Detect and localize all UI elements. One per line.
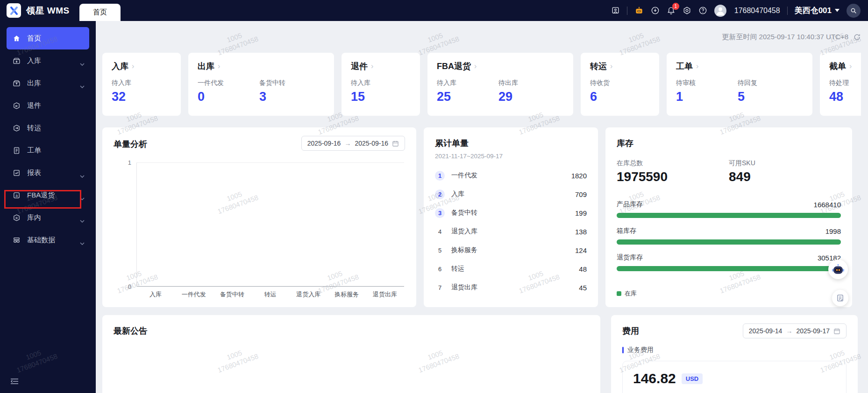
message-icon[interactable] [611,6,620,15]
sidebar-item-basedata[interactable]: 基础数据 [7,229,89,251]
stat-card-title[interactable]: 退件› [351,61,411,72]
home-icon [11,35,21,42]
sidebar-item-transfer[interactable]: 转运 [7,117,89,139]
rank-badge: 4 [435,227,445,237]
stat-card-fba-returns: FBA退货› 待入库25 待出库29 [427,53,573,116]
chart-plot-area [136,162,404,287]
panel-title: 库存 [617,138,841,149]
inwarehouse-icon [11,214,21,222]
bottom-panels-row: 最新公告 费用 2025-09-14 → 2025-09-17 业务费用 146… [102,315,861,393]
search-button[interactable] [847,4,861,18]
legend-label: 在库 [625,289,637,298]
stat-card-title[interactable]: 入库› [112,61,171,72]
help-icon[interactable] [698,6,707,15]
rank-badge: 3 [435,208,445,218]
sidebar-item-returns[interactable]: 退件 [7,94,89,117]
inbound-icon [11,57,21,65]
stat-card-title[interactable]: 工单› [676,61,803,72]
stat-cards-row: 入库› 待入库 32 出库› 一件代发0 备货中转3 退件› 待入库 15 FB… [102,53,861,116]
stat-card-title[interactable]: 转运› [590,61,650,72]
notification-badge: 1 [672,3,679,10]
robot-assistant-icon[interactable] [634,6,644,15]
download-icon[interactable] [651,6,660,15]
rank-badge: 2 [435,189,445,199]
available-sku-label: 可用SKU [729,159,841,168]
amazon-a-icon: a [11,191,21,199]
sidebar-item-reports[interactable]: 报表 [7,161,89,184]
legend: 在库 [617,289,637,298]
sidebar-nav: 首页 入库 出库 退件 转运 工单 报表 a [0,21,96,393]
chevron-right-icon: › [371,62,373,70]
date-range-label: 2021-11-17~2025-09-17 [435,153,587,160]
order-analysis-panel: 单量分析 2025-09-16 → 2025-09-16 1 0 入库 一件代发… [102,127,416,307]
svg-text:a: a [15,193,18,197]
progress-bar [617,213,841,218]
tab-home[interactable]: 首页 [79,4,121,21]
chevron-right-icon: › [610,62,612,70]
search-icon [850,7,857,14]
sidebar-item-workorder[interactable]: 工单 [7,139,89,161]
rank-badge: 5 [435,246,445,255]
date-range-picker[interactable]: 2025-09-16 → 2025-09-16 [301,136,405,151]
user-phone-number: 17680470458 [734,7,780,15]
x-axis-labels: 入库 一件代发 备货中转 转运 退货入库 换标服务 退货出库 [136,290,404,299]
robot-icon [832,263,845,275]
sidebar-item-fba-returns[interactable]: a FBA退货 [7,184,89,206]
stat-card-title[interactable]: 出库› [198,61,325,72]
returns-icon [11,102,21,110]
calendar-icon [392,140,399,147]
top-header-bar: 领星 WMS 首页 1 [0,0,868,21]
inventory-bar-row: 箱库存1998 [617,227,841,245]
calendar-icon [833,328,840,335]
divider [787,7,788,15]
announcement-panel: 最新公告 [102,315,600,393]
stat-card-title[interactable]: 截单› [829,61,861,72]
main-content: 更新至时间 2025-09-17 10:40:37 UTC+8 入库› 待入库 … [96,21,868,393]
basedata-icon [11,236,21,244]
date-range-picker[interactable]: 2025-09-14 → 2025-09-17 [743,323,847,338]
date-from: 2025-09-14 [749,327,783,335]
stat-card-cutoff: 截单› 待处理 48 [820,53,861,116]
fee-amount: 146.82 [633,371,676,386]
arrow-right-icon: → [344,140,351,147]
warehouse-selector[interactable]: 美西仓001 [795,5,840,16]
tab-business-fees[interactable]: 业务费用 [622,346,847,354]
fee-summary-card: 146.82 USD 同比 ↓ 100% 环比 ↓ 30% [622,361,847,393]
available-sku-value: 849 [729,169,841,184]
chevron-down-icon [80,216,85,224]
collapse-sidebar-icon[interactable] [10,378,19,386]
sidebar-item-home[interactable]: 首页 [7,27,89,49]
workorder-icon [11,147,21,154]
legend-swatch [617,291,621,296]
notification-bell-icon[interactable]: 1 [667,6,676,15]
refresh-icon[interactable] [853,33,861,41]
cumulative-orders-panel: 累计单量 2021-11-17~2025-09-17 1一件代发1820 2入库… [424,127,598,307]
sidebar-item-inbound[interactable]: 入库 [7,49,89,72]
inventory-panel: 库存 在库总数 1975590 可用SKU 849 产品库存1668410 [605,127,852,307]
chevron-right-icon: › [474,62,477,70]
task-list-floating-button[interactable] [832,290,848,306]
stat-card-returns: 退件› 待入库 15 [342,53,420,116]
ai-assistant-floating-button[interactable] [828,260,848,279]
list-item: 4退货入库138 [435,222,587,241]
panel-title: 累计单量 [435,138,587,149]
panel-title: 最新公告 [114,325,589,337]
reports-icon [11,169,21,177]
sidebar-item-outbound[interactable]: 出库 [7,72,89,94]
sidebar-item-inwarehouse[interactable]: 库内 [7,206,89,229]
stat-card-title[interactable]: FBA退货› [437,61,564,72]
chevron-down-icon [80,82,85,90]
header-actions: 1 17680470458 美西仓001 [611,0,861,21]
settings-icon[interactable] [683,6,691,15]
y-axis-tick-max: 1 [102,159,131,166]
chevron-down-icon [80,171,85,179]
fees-panel: 费用 2025-09-14 → 2025-09-17 业务费用 146.82 U… [611,315,858,393]
user-avatar[interactable] [714,5,726,17]
progress-bar [617,239,841,245]
update-time-bar: 更新至时间 2025-09-17 10:40:37 UTC+8 [102,21,861,53]
chevron-right-icon: › [218,62,220,70]
y-axis-tick-min: 0 [102,283,131,290]
warehouse-name: 美西仓001 [795,5,832,16]
middle-panels-row: 单量分析 2025-09-16 → 2025-09-16 1 0 入库 一件代发… [102,127,861,307]
panel-title: 单量分析 [114,139,147,150]
